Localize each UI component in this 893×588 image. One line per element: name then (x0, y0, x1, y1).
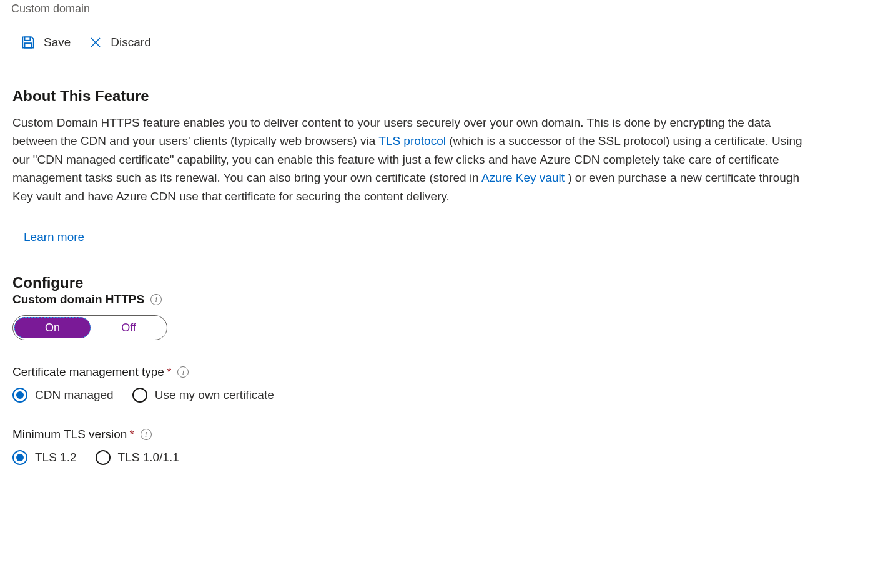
svg-rect-1 (25, 43, 32, 48)
min-tls-label: Minimum TLS version* (12, 428, 134, 441)
cert-own-label: Use my own certificate (155, 388, 274, 402)
tls-radio-group: TLS 1.2 TLS 1.0/1.1 (12, 450, 882, 465)
radio-unselected-icon (132, 388, 147, 403)
save-label: Save (44, 36, 71, 49)
info-icon[interactable]: i (150, 294, 162, 305)
https-toggle-off[interactable]: Off (91, 316, 167, 340)
about-description: Custom Domain HTTPS feature enables you … (12, 114, 812, 205)
cert-type-radio-group: CDN managed Use my own certificate (12, 388, 882, 403)
tls-protocol-link[interactable]: TLS protocol (378, 134, 446, 147)
custom-domain-https-label: Custom domain HTTPS (12, 293, 144, 306)
discard-label: Discard (111, 36, 150, 49)
info-icon[interactable]: i (141, 429, 152, 440)
breadcrumb: Custom domain (11, 2, 882, 16)
close-icon (88, 35, 103, 50)
info-icon[interactable]: i (177, 366, 189, 378)
azure-key-vault-link[interactable]: Azure Key vault (481, 171, 565, 184)
learn-more-link[interactable]: Learn more (24, 230, 84, 243)
discard-button[interactable]: Discard (88, 35, 150, 50)
toolbar: Save Discard (11, 31, 882, 62)
radio-selected-icon (12, 388, 27, 403)
required-mark: * (167, 365, 171, 378)
tls1011-radio[interactable]: TLS 1.0/1.1 (96, 450, 179, 465)
cert-type-label: Certificate management type* (12, 365, 171, 379)
about-title: About This Feature (12, 87, 882, 105)
required-mark: * (129, 428, 134, 441)
cert-cdn-managed-radio[interactable]: CDN managed (12, 388, 114, 403)
svg-rect-0 (25, 37, 31, 40)
save-icon (20, 34, 36, 51)
radio-selected-icon (12, 450, 27, 465)
save-button[interactable]: Save (20, 34, 71, 51)
cert-cdn-managed-label: CDN managed (35, 388, 114, 402)
configure-title: Configure (12, 274, 882, 292)
tls12-label: TLS 1.2 (35, 451, 77, 464)
tls1011-label: TLS 1.0/1.1 (118, 451, 179, 464)
https-toggle[interactable]: On Off (12, 315, 167, 340)
cert-own-radio[interactable]: Use my own certificate (132, 388, 274, 403)
tls12-radio[interactable]: TLS 1.2 (12, 450, 77, 465)
https-toggle-on[interactable]: On (14, 317, 91, 338)
radio-unselected-icon (96, 450, 111, 465)
